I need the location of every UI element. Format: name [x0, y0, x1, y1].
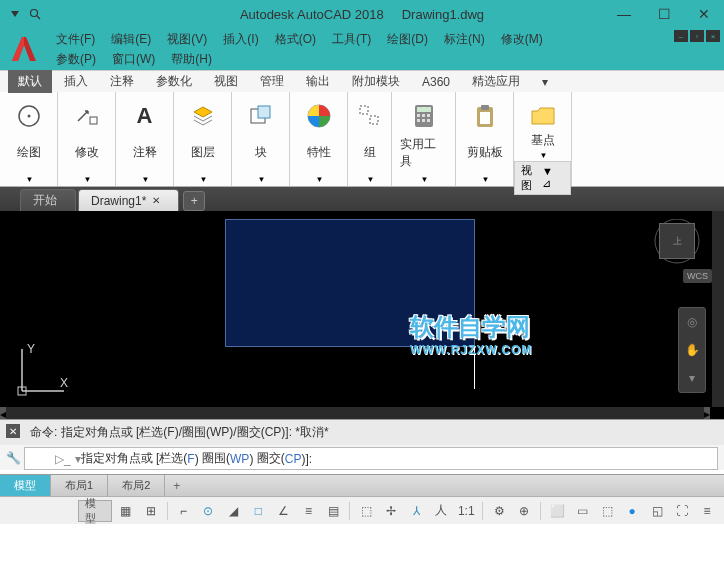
ribbon-tab-default[interactable]: 默认 — [8, 70, 52, 93]
add-tab-button[interactable]: + — [183, 191, 205, 211]
otrack-icon[interactable]: ∠ — [272, 500, 294, 522]
menu-help[interactable]: 帮助(H) — [163, 50, 220, 69]
quick-properties-icon[interactable]: ▭ — [571, 500, 593, 522]
menu-format[interactable]: 格式(O) — [267, 30, 324, 49]
menu-modify[interactable]: 修改(M) — [493, 30, 551, 49]
panel-draw-drop[interactable]: ▼ — [26, 175, 34, 184]
doc-tab-drawing1[interactable]: Drawing1* ✕ — [78, 189, 179, 211]
horizontal-scrollbar[interactable]: ◂▸ — [0, 407, 710, 419]
panel-properties[interactable]: 特性 ▼ — [290, 92, 348, 186]
panel-group-drop[interactable]: ▼ — [367, 175, 375, 184]
menu-dimension[interactable]: 标注(N) — [436, 30, 493, 49]
grid-icon[interactable]: ▦ — [115, 500, 137, 522]
panel-view-footer[interactable]: 视图 ▼ ⊿ — [514, 168, 571, 186]
ribbon-tab-manage[interactable]: 管理 — [250, 70, 294, 93]
search-icon[interactable] — [28, 7, 42, 21]
wrench-icon[interactable]: 🔧 — [6, 451, 21, 466]
panel-block[interactable]: 块 ▼ — [232, 92, 290, 186]
ribbon-tab-featured[interactable]: 精选应用 — [462, 70, 530, 93]
workspace-icon[interactable]: ⚙ — [488, 500, 510, 522]
drawing-canvas[interactable]: 软件自学网 WWW.RJZXW.COM Y X 上 WCS ◎ ✋ ▾ ◂▸ — [0, 211, 724, 419]
panel-draw[interactable]: 绘图 ▼ — [0, 92, 58, 186]
menu-draw[interactable]: 绘图(D) — [379, 30, 436, 49]
panel-basepoint-drop[interactable]: ▼ — [540, 151, 548, 160]
isodraft-icon[interactable]: ◢ — [222, 500, 244, 522]
ribbon-tab-a360[interactable]: A360 — [412, 72, 460, 92]
panel-block-drop[interactable]: ▼ — [258, 175, 266, 184]
qat-menu-icon[interactable] — [8, 7, 22, 21]
selection-cycling-icon[interactable]: ⬚ — [355, 500, 377, 522]
mdi-minimize[interactable]: – — [674, 30, 688, 42]
panel-annotate[interactable]: A 注释 ▼ — [116, 92, 174, 186]
layout-tab-layout1[interactable]: 布局1 — [51, 475, 108, 496]
cmd-close-icon[interactable]: ✕ — [6, 424, 20, 438]
menu-edit[interactable]: 编辑(E) — [103, 30, 159, 49]
viewcube-face[interactable]: 上 — [659, 223, 695, 259]
menu-insert[interactable]: 插入(I) — [215, 30, 266, 49]
ribbon-tab-addins[interactable]: 附加模块 — [342, 70, 410, 93]
snap-icon[interactable]: ⊞ — [140, 500, 162, 522]
clean-screen-icon[interactable]: ⛶ — [671, 500, 693, 522]
maximize-button[interactable]: ☐ — [644, 0, 684, 28]
ortho-icon[interactable]: ⌐ — [172, 500, 194, 522]
menu-window[interactable]: 窗口(W) — [104, 50, 163, 69]
pan-icon[interactable]: ✋ — [682, 340, 702, 360]
polar-icon[interactable]: ⊙ — [197, 500, 219, 522]
panel-clipboard[interactable]: 剪贴板 ▼ — [456, 92, 514, 186]
ribbon-tab-parametric[interactable]: 参数化 — [146, 70, 202, 93]
nav-drop-icon[interactable]: ▾ — [682, 368, 702, 388]
svg-line-1 — [37, 16, 40, 19]
panel-layers[interactable]: 图层 ▼ — [174, 92, 232, 186]
ribbon-tab-annotate[interactable]: 注释 — [100, 70, 144, 93]
lineweight-icon[interactable]: ≡ — [297, 500, 319, 522]
ribbon-tab-view[interactable]: 视图 — [204, 70, 248, 93]
mdi-close[interactable]: × — [706, 30, 720, 42]
ribbon-tab-output[interactable]: 输出 — [296, 70, 340, 93]
layout-add-button[interactable]: + — [165, 479, 188, 493]
dynamic-input-icon[interactable]: ✢ — [380, 500, 402, 522]
panel-properties-drop[interactable]: ▼ — [316, 175, 324, 184]
command-input[interactable]: ▷_ ▾ 指定对角点或 [ 栏选(F) 圈围(WP) 圈交(CP) ]: — [24, 447, 718, 470]
panel-modify-drop[interactable]: ▼ — [84, 175, 92, 184]
panel-layers-drop[interactable]: ▼ — [200, 175, 208, 184]
menu-file[interactable]: 文件(F) — [48, 30, 103, 49]
panel-clipboard-drop[interactable]: ▼ — [482, 175, 490, 184]
ribbon-tab-insert[interactable]: 插入 — [54, 70, 98, 93]
app-name: Autodesk AutoCAD 2018 — [240, 7, 384, 22]
wcs-label[interactable]: WCS — [683, 269, 712, 283]
app-logo-button[interactable] — [0, 28, 48, 70]
annotation-scale-icon[interactable]: ⅄ — [405, 500, 427, 522]
panel-basepoint[interactable]: 基点 ▼ 视图 ▼ ⊿ — [514, 92, 572, 186]
doc-tab-start[interactable]: 开始 — [20, 189, 76, 211]
vertical-scrollbar[interactable] — [712, 211, 724, 407]
close-icon[interactable]: ✕ — [152, 195, 160, 206]
transparency-icon[interactable]: ▤ — [322, 500, 344, 522]
panel-group[interactable]: 组 ▼ — [348, 92, 392, 186]
status-model[interactable]: 模型 — [78, 500, 111, 522]
isolate-icon[interactable]: ◱ — [646, 500, 668, 522]
panel-utilities-drop[interactable]: ▼ — [421, 175, 429, 184]
ribbon-tab-overflow[interactable]: ▾ — [532, 72, 558, 92]
text-icon: A — [131, 102, 159, 130]
units-icon[interactable]: ⬜ — [546, 500, 568, 522]
customize-icon[interactable]: ≡ — [696, 500, 718, 522]
minimize-button[interactable]: — — [604, 0, 644, 28]
hardware-accel-icon[interactable]: ● — [621, 500, 643, 522]
scale-label[interactable]: 1:1 — [455, 500, 477, 522]
panel-annotate-drop[interactable]: ▼ — [142, 175, 150, 184]
menu-view[interactable]: 视图(V) — [159, 30, 215, 49]
steering-wheel-icon[interactable]: ◎ — [682, 312, 702, 332]
menu-tools[interactable]: 工具(T) — [324, 30, 379, 49]
annotation-monitor-icon[interactable]: ⊕ — [513, 500, 535, 522]
osnap-icon[interactable]: □ — [247, 500, 269, 522]
panel-utilities[interactable]: 实用工具 ▼ — [392, 92, 456, 186]
viewcube[interactable]: 上 WCS — [642, 219, 712, 289]
annotation-visibility-icon[interactable]: 人 — [430, 500, 452, 522]
close-button[interactable]: ✕ — [684, 0, 724, 28]
layout-tab-model[interactable]: 模型 — [0, 475, 51, 496]
lock-ui-icon[interactable]: ⬚ — [596, 500, 618, 522]
mdi-restore[interactable]: ▫ — [690, 30, 704, 42]
menu-parametric[interactable]: 参数(P) — [48, 50, 104, 69]
panel-modify[interactable]: 修改 ▼ — [58, 92, 116, 186]
layout-tab-layout2[interactable]: 布局2 — [108, 475, 165, 496]
